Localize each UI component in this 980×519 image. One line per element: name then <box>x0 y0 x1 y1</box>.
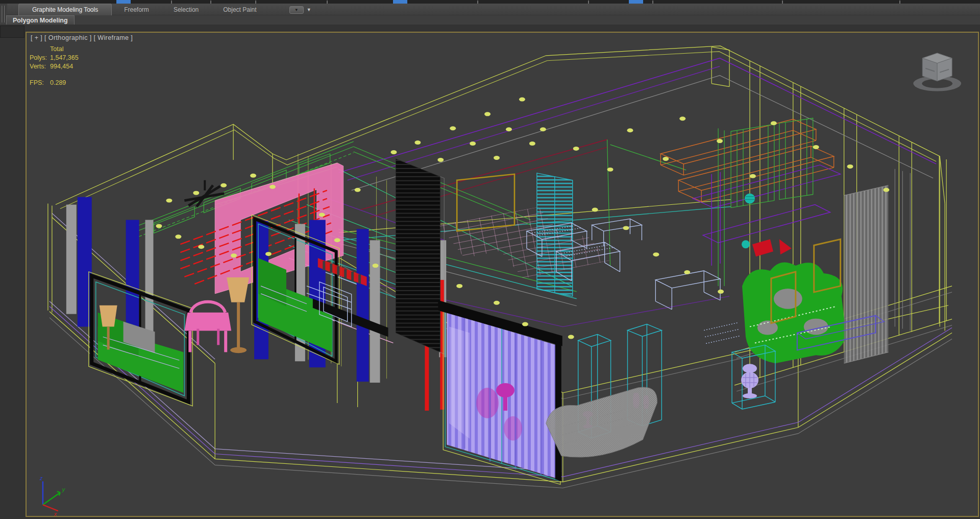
green-plant-mass <box>742 239 847 363</box>
ceiling-light-dot <box>592 208 598 212</box>
ceiling-light-dot <box>813 145 819 149</box>
ceiling-light-dot <box>529 141 535 146</box>
dropdown-arrow-icon: ▼ <box>295 8 299 12</box>
axis-y-label: y <box>62 486 66 492</box>
tab-selection[interactable]: Selection <box>161 4 211 15</box>
ceiling-light-dot <box>717 139 723 143</box>
ribbon-tabs: Graphite Modeling Tools Freeform Selecti… <box>18 4 311 15</box>
viewport-orthographic[interactable]: z y x [ + ] [ Orthographic ] [ Wireframe… <box>26 32 979 517</box>
ceiling-light-dot <box>679 116 685 121</box>
statistics-overlay: Total Polys: 1,547,365 Verts: 994,454 FP… <box>30 45 79 87</box>
ceiling-light-dot <box>627 128 633 132</box>
ceiling-light-dot <box>607 168 614 172</box>
ceiling-light-dot <box>883 188 889 192</box>
toolbar-button-fragment[interactable] <box>393 0 407 4</box>
ceiling-light-dot <box>390 150 397 154</box>
panel-tab-polygon-modeling[interactable]: Polygon Modeling <box>6 15 75 25</box>
ceiling-light-dot <box>166 199 172 203</box>
polys-label: Polys: <box>30 54 50 62</box>
ceiling-light-dot <box>653 252 659 256</box>
black-wardrobe <box>396 159 444 354</box>
ceiling-light-dot <box>847 164 853 169</box>
tab-object-paint[interactable]: Object Paint <box>211 4 268 15</box>
stats-polys-row: Polys: 1,547,365 <box>30 54 79 62</box>
ceiling-light-dot <box>198 245 204 249</box>
ceiling-light-dot <box>319 213 325 217</box>
ceiling-light-dot <box>175 234 181 239</box>
verts-value: 994,454 <box>50 62 73 71</box>
tab-graphite-modeling-tools[interactable]: Graphite Modeling Tools <box>18 4 112 15</box>
main-toolbar-cropped <box>0 0 980 4</box>
pink-floor-grid <box>439 207 609 278</box>
ceiling-light-dot <box>750 174 756 178</box>
ceiling-light-dot <box>270 185 276 189</box>
pink-chair <box>184 302 231 352</box>
ceiling-light-dot <box>437 158 444 162</box>
axis-z-label: z <box>39 475 43 481</box>
ceiling-light-dot <box>494 156 500 160</box>
stats-header-row: Total <box>30 45 79 54</box>
ceiling-light-dot <box>522 322 528 326</box>
left-window-sofa <box>89 272 193 406</box>
ceiling-light-dot <box>519 97 525 101</box>
axis-x-label: x <box>54 511 57 516</box>
ceiling-light-dot <box>414 140 421 145</box>
green-wall-frames <box>718 118 813 286</box>
fps-value: 0.289 <box>50 79 66 87</box>
polys-value: 1,547,365 <box>50 54 79 62</box>
ceiling-light-dot <box>718 290 724 294</box>
wireframe-scene-canvas[interactable]: z y x <box>27 33 978 516</box>
toolbar-button-fragment[interactable] <box>116 0 131 4</box>
tab-freeform[interactable]: Freeform <box>112 4 161 15</box>
ceiling-light-dot <box>373 264 379 268</box>
ceiling-light-dot <box>231 253 237 257</box>
ribbon-panel-bar <box>0 15 980 25</box>
ceiling-light-dot <box>568 335 574 339</box>
ceiling-light-dot <box>484 112 491 116</box>
ceiling-light-dot <box>456 284 462 288</box>
red-decor <box>752 239 792 256</box>
ribbon-overflow-button[interactable]: ▼ <box>289 6 304 14</box>
ceiling-light-dot <box>470 141 476 146</box>
stats-total-header: Total <box>50 45 63 54</box>
ceiling-light-dot <box>540 127 546 131</box>
ceiling-light-dot <box>193 191 199 195</box>
stats-verts-row: Verts: 994,454 <box>30 62 79 71</box>
ribbon-minimize-caret-icon[interactable]: ▼ <box>307 7 311 15</box>
view-cube[interactable] <box>913 53 961 91</box>
ceiling-light-dot <box>494 301 500 305</box>
fps-label: FPS: <box>30 79 50 87</box>
ceiling-light-dot <box>265 252 272 256</box>
stats-fps-row: FPS: 0.289 <box>30 79 79 87</box>
verts-label: Verts: <box>30 62 50 71</box>
world-axis-gizmo <box>43 481 60 511</box>
ceiling-light-dot <box>684 270 690 274</box>
3dsmax-window: Graphite Modeling Tools Freeform Selecti… <box>0 0 980 519</box>
ceiling-light-dot <box>506 127 512 131</box>
ceiling-light-dot <box>623 226 629 230</box>
ceiling-light-dot <box>250 174 256 178</box>
ceiling-light-dot <box>156 224 162 228</box>
ceiling-light-dot <box>771 121 777 125</box>
toolbar-button-fragment[interactable] <box>629 0 643 4</box>
orange-shelf <box>660 119 834 201</box>
ceiling-light-dot <box>355 188 361 192</box>
ceiling-light-dot <box>334 238 340 242</box>
ceiling-light-dot <box>220 183 227 187</box>
ceiling-light-dot <box>573 147 579 151</box>
gray-curtain <box>844 185 889 364</box>
ceiling-light-dot <box>450 126 456 130</box>
ceiling-light-dot <box>663 157 669 161</box>
collapsed-panel-stub[interactable] <box>0 26 24 38</box>
viewport-header-label[interactable]: [ + ] [ Orthographic ] [ Wireframe ] <box>31 34 133 41</box>
